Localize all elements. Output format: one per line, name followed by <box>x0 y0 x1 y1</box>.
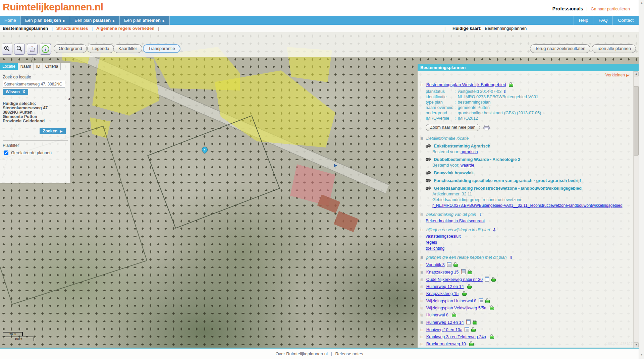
measure-button[interactable]: ? <box>27 44 38 55</box>
tab-bestemmingsplannen[interactable]: Bestemmingsplannen <box>3 26 48 31</box>
zoom-to-plan-button[interactable]: Zoom naar het hele plan <box>426 124 480 131</box>
related-plan-link[interactable]: Huinerwal 8 <box>426 313 448 317</box>
related-plan-link[interactable]: Kraakweg 3a en Telgterweg 24a <box>426 335 486 339</box>
bestemming-link[interactable]: agrarisch <box>461 149 478 154</box>
expand-node-icon[interactable]: ⊞ <box>420 292 423 296</box>
related-plan-link[interactable]: Hooiweg 10 en 10a <box>426 327 463 332</box>
gebiedsaanduiding-link[interactable]: r_NL.IMRO.0273.BPBGWBuitengebied-VA01__3… <box>432 203 623 208</box>
clear-button[interactable]: WissenX <box>3 89 28 95</box>
printer-icon[interactable] <box>483 125 490 130</box>
zoom-in-button[interactable] <box>2 44 12 55</box>
tab-id[interactable]: ID <box>34 63 43 70</box>
related-plan-link[interactable]: Broekermolenweg 10 <box>426 342 466 346</box>
binoculars-icon[interactable] <box>425 144 431 148</box>
footer-about-link[interactable]: Over Ruimtelijkeplannen.nl <box>275 351 327 356</box>
identify-info-button[interactable]: i <box>40 44 51 55</box>
expand-node-icon[interactable]: ⊞ <box>420 342 423 346</box>
scrollbar-thumb[interactable] <box>634 86 639 156</box>
site-logo[interactable]: Ruimtelijkeplannen.nl <box>3 1 103 13</box>
related-plans-checkbox-label: Gerelateerde plannen <box>11 151 52 155</box>
ondergrond-button[interactable]: Ondergrond <box>54 44 87 53</box>
legenda-button[interactable]: Legenda <box>87 44 114 53</box>
related-plan-link[interactable]: Wijzigingsplan Huinerwal 8 <box>426 299 476 303</box>
current-map-indicator: | Huidige kaart: Bestemmingsplannen <box>442 26 527 31</box>
expand-node-icon[interactable]: ⊞ <box>420 270 423 274</box>
binoculars-icon[interactable] <box>425 179 431 183</box>
related-plan-link[interactable]: Knapzaksteeg 15 <box>426 270 459 275</box>
kaartfilter-button[interactable]: Kaartfilter <box>113 44 142 53</box>
vaststellingsbesluit-link[interactable]: vaststellingsbesluit <box>426 234 461 239</box>
expand-node-icon[interactable]: ⊞ <box>420 328 423 332</box>
tab-locatie[interactable]: Locatie <box>0 63 18 70</box>
document-icon[interactable] <box>466 319 471 324</box>
bekendmaking-link[interactable]: Bekendmaking in Staatscourant <box>426 219 485 223</box>
binoculars-icon[interactable] <box>425 171 431 175</box>
page-scroll-down-icon[interactable]: ▼ <box>640 353 644 356</box>
transparantie-button[interactable]: Transparantie <box>143 44 180 53</box>
expand-node-icon[interactable]: ⊞ <box>420 263 423 267</box>
expand-node-icon[interactable]: ⊞ <box>420 306 423 310</box>
footer-release-notes-link[interactable]: Release notes <box>335 351 363 356</box>
tab-structuurvisies[interactable]: Structuurvisies <box>56 26 88 31</box>
terug-naar-zoekresultaten-button[interactable]: Terug naar zoekresultaten <box>530 44 590 53</box>
download-icon[interactable]: ⇩ <box>509 255 513 260</box>
expand-node-icon[interactable]: ⊞ <box>420 313 423 317</box>
lock-icon <box>452 312 456 317</box>
plan-name-link[interactable]: Bestemmingsplan Westelijk Buitengebied <box>426 82 506 87</box>
search-button[interactable]: Zoeken▶ <box>40 128 66 134</box>
tab-criteria[interactable]: Criteria <box>43 63 61 70</box>
related-plan-link[interactable]: Huinerweg 12 en 14 <box>426 320 464 325</box>
location-search-input[interactable] <box>3 81 65 87</box>
binoculars-icon[interactable] <box>425 186 431 191</box>
toelichting-link[interactable]: toelichting <box>426 246 444 251</box>
document-icon[interactable] <box>461 269 466 274</box>
collapse-node-icon[interactable]: ⊟ <box>420 228 423 232</box>
scrollbar-up-button[interactable]: ▲ <box>634 71 639 76</box>
page-scrollbar[interactable]: ▲ ▼ <box>639 0 644 359</box>
collapse-node-icon[interactable]: ⊟ <box>420 255 423 259</box>
related-plan-link[interactable]: Voordijk 3 <box>426 262 445 267</box>
panel-expand-arrow-icon[interactable]: ▶ <box>334 163 337 168</box>
expand-node-icon[interactable]: ⊞ <box>420 335 423 339</box>
nav-item-plan-afnemen[interactable]: Een planafnemen▶ <box>120 16 170 25</box>
collapse-left-panel-icon[interactable]: ◀ <box>68 97 70 101</box>
collapse-node-icon[interactable]: ⊟ <box>420 136 423 140</box>
expand-node-icon[interactable]: ⊞ <box>420 285 423 289</box>
binoculars-icon[interactable] <box>425 158 431 162</box>
toon-alle-plannen-button[interactable]: Toon alle plannen <box>592 44 636 53</box>
nav-item-faq[interactable]: FAQ <box>593 16 612 25</box>
bestemming-link[interactable]: waarde <box>461 163 474 168</box>
nav-item-help[interactable]: Help <box>574 16 593 25</box>
zoom-out-button[interactable] <box>14 44 25 55</box>
expand-node-icon[interactable]: ⊞ <box>420 278 423 282</box>
expand-node-icon[interactable]: ⊞ <box>420 299 423 303</box>
nav-item-contact[interactable]: Contact <box>612 16 639 25</box>
related-plan-link[interactable]: Huinerweg 12 en 14 <box>426 284 464 289</box>
related-plan-link[interactable]: Oude Nijkerkerweg nabij nr 30 <box>426 277 483 282</box>
related-plans-checkbox[interactable] <box>4 151 8 155</box>
collapse-node-icon[interactable]: ⊟ <box>420 213 423 217</box>
related-plan-link[interactable]: Wijzigingsplan Veldwijkweg 5/5a <box>426 306 486 310</box>
nav-item-plan-plaatsen[interactable]: Een planplaatsen▶ <box>70 16 120 25</box>
scrollbar-down-button[interactable]: ▼ <box>634 342 639 347</box>
tab-naam[interactable]: Naam <box>18 63 34 70</box>
verkleinen-link[interactable]: Verkleinen <box>605 73 625 77</box>
related-plan-link[interactable]: Knapzaksteeg 15 <box>426 291 459 296</box>
page-scroll-up-icon[interactable]: ▲ <box>640 1 644 4</box>
expand-node-icon[interactable]: ⊞ <box>420 320 423 324</box>
download-icon[interactable]: ⇩ <box>493 228 496 232</box>
collapse-node-icon[interactable]: ⊟ <box>420 83 423 87</box>
plan-name-row: ⊟ Bestemmingsplan Westelijk Buitengebied <box>420 82 634 87</box>
panel-scrollbar[interactable]: ▲ ▼ <box>633 71 639 348</box>
go-to-particulieren-link[interactable]: Ga naar particulieren <box>591 7 630 11</box>
document-icon[interactable] <box>465 327 469 332</box>
tab-algemene-regels[interactable]: Algemene regels overheden <box>96 26 154 31</box>
nav-item-plan-bekijken[interactable]: Een planbekijken▶ <box>21 16 70 25</box>
nav-item-home[interactable]: Home <box>0 16 21 25</box>
document-icon[interactable] <box>479 298 483 303</box>
document-icon[interactable] <box>447 262 451 267</box>
document-icon[interactable] <box>485 277 489 282</box>
download-icon[interactable]: ⇩ <box>503 89 506 94</box>
download-icon[interactable]: ⇩ <box>479 212 482 217</box>
regels-link[interactable]: regels <box>426 240 437 245</box>
